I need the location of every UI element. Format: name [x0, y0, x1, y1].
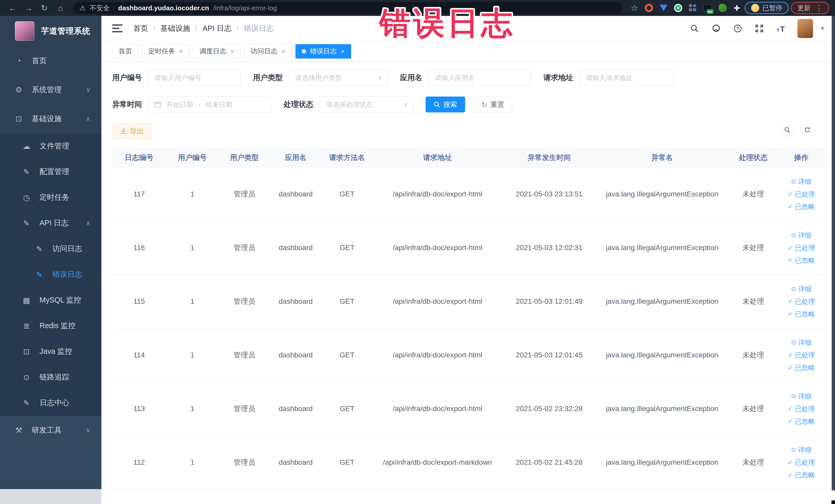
- reload-icon[interactable]: ↻: [38, 1, 51, 15]
- mark-ignored-action[interactable]: ✓已忽略: [788, 363, 815, 372]
- user-id-input[interactable]: [148, 70, 241, 86]
- sidebar-item[interactable]: ◔ 首页: [0, 46, 101, 75]
- extensions-puzzle-icon[interactable]: ✚: [734, 4, 740, 13]
- browser-menu-icon[interactable]: ⋮: [815, 4, 823, 13]
- tab-访问日志[interactable]: 访问日志 ×: [244, 44, 291, 59]
- detail-action[interactable]: ⊙详细: [791, 338, 811, 347]
- date-range-picker[interactable]: 开始日期 - 结束日期: [148, 97, 271, 113]
- breadcrumb-item[interactable]: API 日志: [203, 23, 231, 34]
- detail-action[interactable]: ⊙详细: [791, 177, 811, 186]
- bookmark-star-icon[interactable]: ☆: [631, 3, 638, 13]
- extension-grid-icon[interactable]: [689, 4, 697, 12]
- sidebar-item[interactable]: ✎ 错误日志: [0, 262, 101, 287]
- sidebar-item[interactable]: ⚙ 系统管理∨: [0, 75, 101, 104]
- sidebar-item[interactable]: ✎ 配置管理: [0, 159, 101, 185]
- extension-leaf-icon[interactable]: [719, 4, 727, 12]
- breadcrumb-item[interactable]: 基础设施: [160, 23, 190, 34]
- mark-ignored-action[interactable]: ✓已忽略: [788, 471, 815, 480]
- main-panel: 首页/基础设施/API 日志/错误日志 ?: [101, 16, 835, 504]
- paused-badge[interactable]: 已暂停: [745, 2, 789, 14]
- tab-close-icon[interactable]: ×: [179, 48, 183, 55]
- cell-app-name: dashboard: [270, 190, 321, 198]
- sidebar-item[interactable]: ✎ 日志中心: [0, 390, 101, 416]
- tab-close-icon[interactable]: ×: [341, 48, 345, 55]
- cell-user-type: 管理员: [219, 458, 270, 467]
- detail-action[interactable]: ⊙详细: [791, 392, 811, 401]
- detail-action[interactable]: ⊙详细: [791, 445, 811, 455]
- app-logo-row[interactable]: 芋道管理系统: [0, 16, 101, 46]
- extension-on-icon[interactable]: [703, 4, 712, 12]
- sidebar-item[interactable]: ⊡ 基础设施∧: [0, 104, 101, 133]
- back-icon[interactable]: ←: [6, 1, 20, 15]
- cell-log-id: 112: [112, 458, 166, 466]
- forward-icon[interactable]: →: [22, 1, 36, 15]
- mark-processed-action[interactable]: ✓已处理: [788, 297, 815, 306]
- help-icon[interactable]: ?: [733, 23, 743, 34]
- tab-close-icon[interactable]: ×: [281, 48, 285, 55]
- mark-ignored-action[interactable]: ✓已忽略: [788, 202, 815, 211]
- process-status-select[interactable]: 请选择处理状态 ∨: [320, 97, 413, 113]
- filter-label: 用户编号: [112, 73, 142, 83]
- sidebar-item-label: 错误日志: [53, 269, 82, 280]
- sidebar-item[interactable]: ▦ MySQL 监控: [0, 287, 101, 313]
- export-button[interactable]: 导出: [112, 123, 152, 139]
- tab-close-icon[interactable]: ×: [230, 48, 234, 55]
- window-scrollbar[interactable]: [832, 16, 835, 490]
- access-log-icon: ✎: [33, 244, 45, 254]
- tab-调度日志[interactable]: 调度日志 ×: [193, 44, 241, 59]
- sidebar-item[interactable]: ☁ 文件管理: [0, 133, 101, 159]
- extension-v-icon[interactable]: V: [674, 4, 682, 12]
- user-avatar[interactable]: [797, 19, 813, 38]
- sidebar-item[interactable]: ⊙ 链路追踪: [0, 364, 101, 390]
- fullscreen-icon[interactable]: [754, 23, 765, 34]
- security-warning-icon: ⚠: [80, 4, 85, 12]
- svg-text:?: ?: [736, 26, 739, 31]
- extension-orange-icon[interactable]: [645, 4, 653, 12]
- page-content: 用户编号 用户类型 请选择用户类型 ∨ 应用名 请求地址: [101, 62, 835, 504]
- tab-错误日志[interactable]: 错误日志 ×: [296, 44, 351, 59]
- mark-processed-action[interactable]: ✓已处理: [788, 351, 815, 360]
- trace-icon: ⊙: [21, 373, 32, 382]
- home-icon[interactable]: ⌂: [54, 1, 67, 15]
- cell-actions: ⊙详细 ✓已处理 ✓已忽略: [778, 177, 824, 211]
- toggle-search-button[interactable]: [780, 123, 794, 137]
- sidebar-item[interactable]: ✎ 访问日志: [0, 236, 101, 262]
- filter-request-url: 请求地址: [544, 70, 674, 86]
- user-type-select[interactable]: 请选择用户类型 ∨: [289, 70, 388, 86]
- address-bar[interactable]: ⚠ 不安全 dashboard.yudao.iocoder.cn /infra/…: [73, 2, 623, 14]
- extension-shield-icon[interactable]: [660, 5, 667, 11]
- refresh-table-button[interactable]: [801, 123, 814, 137]
- mark-processed-action[interactable]: ✓已处理: [788, 404, 815, 414]
- avatar-caret-icon[interactable]: ▾: [821, 24, 824, 32]
- gear-icon: ⚙: [13, 85, 25, 94]
- mark-ignored-action[interactable]: ✓已忽略: [788, 310, 815, 319]
- update-badge[interactable]: 更新 ⋮: [791, 2, 829, 14]
- sidebar-item[interactable]: ≣ Redis 监控: [0, 313, 101, 339]
- request-url-input[interactable]: [579, 70, 674, 86]
- search-icon[interactable]: [690, 23, 700, 34]
- sidebar-item[interactable]: ✎ API 日志∧: [0, 210, 101, 236]
- mark-processed-action[interactable]: ✓已处理: [788, 243, 815, 253]
- github-icon[interactable]: [711, 23, 721, 34]
- app-title: 芋道管理系统: [41, 26, 90, 37]
- breadcrumb-item[interactable]: 首页: [133, 23, 148, 34]
- filter-app-name: 应用名: [400, 70, 531, 86]
- sidebar-item[interactable]: ⚒ 研发工具∨: [0, 416, 101, 445]
- cron-job-icon: ◷: [21, 193, 32, 202]
- font-size-icon[interactable]: тT: [776, 23, 786, 34]
- sidebar-item[interactable]: ⊡ Java 监控: [0, 339, 101, 364]
- detail-action[interactable]: ⊙详细: [791, 284, 811, 294]
- mark-ignored-action[interactable]: ✓已忽略: [788, 417, 815, 426]
- tab-label: 首页: [119, 47, 132, 56]
- mark-ignored-action[interactable]: ✓已忽略: [788, 256, 815, 265]
- sidebar-item[interactable]: ◷ 定时任务: [0, 185, 101, 210]
- mark-processed-action[interactable]: ✓已处理: [788, 458, 815, 467]
- app-name-input[interactable]: [428, 70, 531, 86]
- tab-定时任务[interactable]: 定时任务 ×: [142, 44, 189, 59]
- reset-button[interactable]: ↻ 重置: [473, 97, 512, 113]
- detail-action[interactable]: ⊙详细: [791, 231, 811, 240]
- search-button[interactable]: 搜索: [426, 97, 465, 113]
- tab-首页[interactable]: 首页: [112, 44, 138, 59]
- mark-processed-action[interactable]: ✓已处理: [788, 190, 815, 199]
- hamburger-icon[interactable]: [112, 24, 122, 32]
